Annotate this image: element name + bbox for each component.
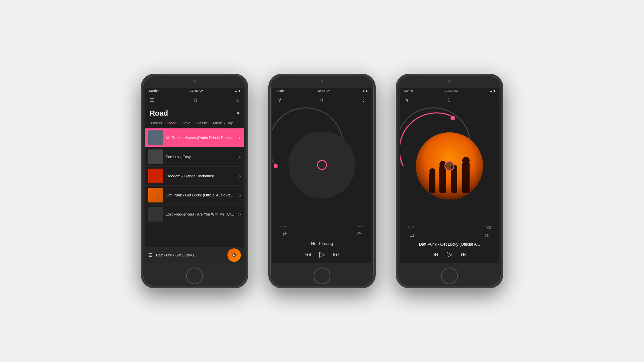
player-controls-3: ⏮ ▷ ⏭ xyxy=(400,247,499,263)
tab-others[interactable]: Others xyxy=(148,120,165,126)
status-icons-2: ▲ ▮ xyxy=(362,89,368,93)
carrier-3: Carrier xyxy=(404,89,413,93)
play-btn-3[interactable]: ▷ xyxy=(238,174,241,178)
time-right-3: 4:08 xyxy=(485,226,491,230)
svg-point-4 xyxy=(429,168,435,174)
song-thumb-4 xyxy=(148,188,163,202)
phone-2: Carrier 12:42 AM ▲ ▮ ∨ ♫ ⋮ --:-- --:- xyxy=(268,74,376,288)
shuffle-repeat-2: ⇄ ⟳ xyxy=(272,228,372,240)
shuffle-icon-2[interactable]: ⇄ xyxy=(282,231,287,237)
song-info-2: Son Lux - Easy xyxy=(166,155,235,159)
play-btn-5[interactable]: ▷ xyxy=(238,212,241,217)
status-bar-3: Carrier 12:37 AM ▲ ▮ xyxy=(400,88,499,94)
time-right-2: --:-- xyxy=(358,224,364,228)
play-btn-1[interactable]: ▷ xyxy=(238,135,241,140)
phone-1: Carrier 12:35 AM ▲ ▮ ☰ ♫ ⌕ Road ≡ Others… xyxy=(141,74,248,288)
status-bar-2: Carrier 12:42 AM ▲ ▮ xyxy=(272,88,372,94)
play-btn-4[interactable]: ▷ xyxy=(238,193,241,197)
vinyl-center-dot-3 xyxy=(444,161,454,171)
song-title-3: Freedom - Django Unchained xyxy=(166,174,235,178)
song-thumb-1 xyxy=(148,130,163,145)
home-button-2[interactable] xyxy=(314,267,330,284)
status-bar-1: Carrier 12:35 AM ▲ ▮ xyxy=(145,88,244,94)
time-2: 12:42 AM xyxy=(318,89,330,93)
repeat-icon-3[interactable]: ⟳ xyxy=(485,232,489,239)
song-info-4: Daft Punk - Get Lucky (Official Audio) f… xyxy=(166,193,235,197)
next-button-2[interactable]: ⏭ xyxy=(333,251,339,258)
player-controls-2: ⏮ ▷ ⏭ xyxy=(272,247,372,263)
battery-icon: ▮ xyxy=(238,89,240,93)
menu-icon[interactable]: ☰ xyxy=(150,97,154,103)
vinyl-center-ring-2 xyxy=(317,160,327,170)
song-list[interactable]: Mr. Probz - Waves (Robin Schulz Remix Ra… xyxy=(145,128,244,247)
phone-3: Carrier 12:37 AM ▲ ▮ ∨ ♫ ⋮ xyxy=(396,74,503,288)
wifi-icon: ▲ xyxy=(234,89,237,93)
sort-icon[interactable]: ≡ xyxy=(237,111,239,116)
not-playing-label: Not Playing xyxy=(272,240,372,247)
prev-button-2[interactable]: ⏮ xyxy=(305,251,311,258)
svg-rect-9 xyxy=(462,163,470,193)
tabs-bar: Others Road Save Classic Music - Trap xyxy=(145,120,244,128)
mini-menu-icon[interactable]: ☰ xyxy=(148,252,153,258)
song-thumb-3 xyxy=(148,169,163,183)
phone-3-screen: Carrier 12:37 AM ▲ ▮ ∨ ♫ ⋮ xyxy=(400,88,499,263)
more-icon-3[interactable]: ⋮ xyxy=(488,97,494,103)
mini-play-icon[interactable]: ▶ xyxy=(233,253,235,257)
song-item-2[interactable]: Son Lux - Easy ▷ xyxy=(145,147,244,167)
tab-music-trap[interactable]: Music - Trap xyxy=(210,120,236,126)
carrier-1: Carrier xyxy=(149,89,159,93)
vinyl-area-2 xyxy=(272,106,372,224)
phone-2-screen: Carrier 12:42 AM ▲ ▮ ∨ ♫ ⋮ --:-- --:- xyxy=(272,88,372,263)
song-name-player-3: Daft Punk - Get Lucky (Official A... xyxy=(400,241,499,247)
prev-button-3[interactable]: ⏮ xyxy=(433,251,439,258)
svg-point-10 xyxy=(462,157,470,164)
song-item-5[interactable]: Lost Frequencies - Are You With Me (Offi… xyxy=(145,205,244,224)
mini-player[interactable]: ☰ Daft Punk - Get Lucky (... ▶ xyxy=(145,247,244,263)
tab-save[interactable]: Save xyxy=(179,120,193,126)
play-pause-button-2[interactable]: ▷ xyxy=(319,250,325,259)
song-title-4: Daft Punk - Get Lucky (Official Audio) f… xyxy=(166,193,235,197)
svg-point-0 xyxy=(274,164,278,168)
song-title-1: Mr. Probz - Waves (Robin Schulz Remix Ra… xyxy=(166,135,235,140)
next-button-3[interactable]: ⏭ xyxy=(461,251,467,258)
time-1: 12:35 AM xyxy=(190,89,203,93)
vinyl-area-3 xyxy=(400,106,499,226)
home-button-3[interactable] xyxy=(441,267,458,284)
shuffle-repeat-3: ⇄ ⟳ xyxy=(400,230,499,241)
svg-rect-7 xyxy=(451,169,457,193)
song-info-3: Freedom - Django Unchained xyxy=(166,174,235,178)
song-item-1[interactable]: Mr. Probz - Waves (Robin Schulz Remix Ra… xyxy=(145,128,244,147)
playlist-title: Road xyxy=(150,109,168,118)
play-pause-button-3[interactable]: ▷ xyxy=(447,250,452,259)
status-icons-1: ▲ ▮ xyxy=(234,89,240,93)
svg-rect-5 xyxy=(439,166,446,193)
repeat-icon-2[interactable]: ⟳ xyxy=(357,231,362,237)
app-logo-icon: ♫ xyxy=(193,97,198,104)
search-icon[interactable]: ⌕ xyxy=(236,97,239,103)
song-thumb-2 xyxy=(148,149,163,164)
vinyl-disc-2 xyxy=(288,131,356,198)
time-left-2: --:-- xyxy=(280,224,286,228)
time-left-3: 1:49 xyxy=(408,226,414,230)
app-header-1: ☰ ♫ ⌕ xyxy=(145,94,244,106)
time-labels-2: --:-- --:-- xyxy=(272,224,372,228)
phone-1-screen: Carrier 12:35 AM ▲ ▮ ☰ ♫ ⌕ Road ≡ Others… xyxy=(145,88,244,263)
song-title-2: Son Lux - Easy xyxy=(166,155,235,159)
home-button-1[interactable] xyxy=(186,267,203,284)
status-icons-3: ▲ ▮ xyxy=(490,89,495,93)
play-btn-2[interactable]: ▷ xyxy=(238,155,241,159)
song-title-5: Lost Frequencies - Are You With Me (Offi… xyxy=(166,212,235,217)
mini-player-thumb[interactable]: ▶ xyxy=(227,248,241,262)
shuffle-icon-3[interactable]: ⇄ xyxy=(410,232,414,239)
svg-rect-3 xyxy=(429,173,435,193)
tab-road[interactable]: Road xyxy=(165,120,179,126)
album-art-circle-3 xyxy=(416,132,483,199)
more-icon-2[interactable]: ⋮ xyxy=(361,97,366,103)
tab-classic[interactable]: Classic xyxy=(193,120,210,126)
mini-player-title: Daft Punk - Get Lucky (... xyxy=(156,253,224,257)
song-item-4[interactable]: Daft Punk - Get Lucky (Official Audio) f… xyxy=(145,186,244,205)
song-info-5: Lost Frequencies - Are You With Me (Offi… xyxy=(166,212,235,217)
playlist-title-bar: Road ≡ xyxy=(145,106,244,120)
time-3: 12:37 AM xyxy=(445,89,458,93)
song-item-3[interactable]: Freedom - Django Unchained ▷ xyxy=(145,167,244,186)
